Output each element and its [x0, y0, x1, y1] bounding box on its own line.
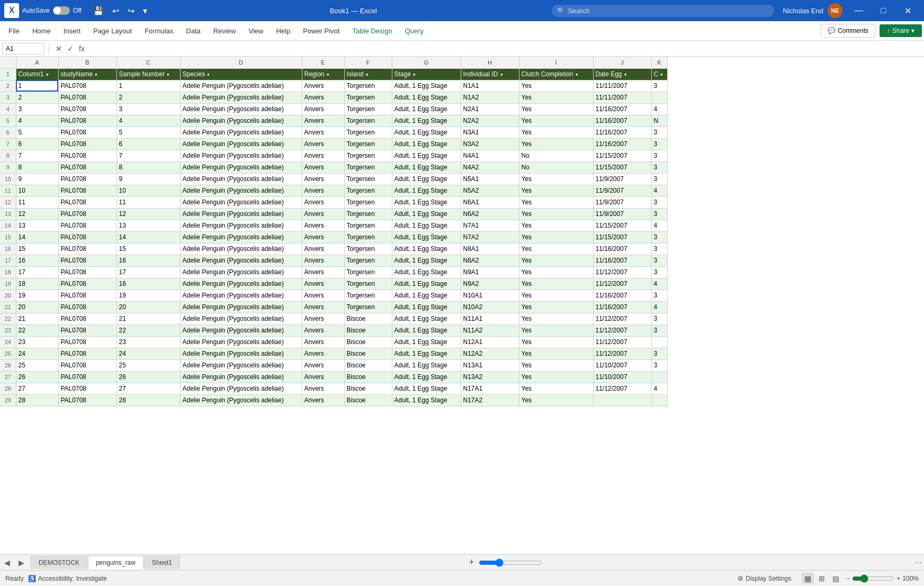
cancel-formula-button[interactable]: ✕: [53, 43, 64, 54]
table-cell[interactable]: Torgersen: [344, 196, 392, 208]
table-cell[interactable]: 15: [116, 243, 180, 255]
table-cell[interactable]: 11/10/2007: [593, 371, 651, 383]
table-cell[interactable]: 3: [651, 173, 667, 185]
col-header-E[interactable]: E: [302, 57, 344, 68]
table-cell[interactable]: 4: [651, 383, 667, 394]
row-number[interactable]: 17: [0, 255, 16, 266]
table-cell[interactable]: 10: [16, 185, 58, 196]
row-number[interactable]: 20: [0, 290, 16, 301]
table-cell[interactable]: 28: [116, 394, 180, 406]
table-cell[interactable]: N4A1: [461, 150, 519, 161]
table-cell[interactable]: Torgersen: [344, 208, 392, 220]
table-cell[interactable]: Anvers: [302, 115, 344, 127]
table-cell[interactable]: Anvers: [302, 394, 344, 406]
table-cell[interactable]: 11/12/2007: [593, 383, 651, 394]
table-cell[interactable]: Adelie Penguin (Pygoscelis adeliae): [180, 383, 302, 394]
table-cell[interactable]: No: [519, 150, 593, 161]
table-cell[interactable]: Yes: [519, 371, 593, 383]
table-cell[interactable]: Adelie Penguin (Pygoscelis adeliae): [180, 92, 302, 103]
table-cell[interactable]: 25: [116, 359, 180, 371]
table-cell[interactable]: Anvers: [302, 278, 344, 290]
row-number[interactable]: 25: [0, 348, 16, 359]
normal-view-button[interactable]: ▦: [802, 573, 814, 584]
table-cell[interactable]: 11/9/2007: [593, 196, 651, 208]
table-cell[interactable]: Anvers: [302, 336, 344, 348]
table-cell[interactable]: Adult, 1 Egg Stage: [392, 243, 461, 255]
table-cell[interactable]: [593, 394, 651, 406]
table-cell[interactable]: PAL0708: [58, 313, 116, 324]
zoom-out-icon[interactable]: −: [846, 575, 850, 582]
autosave-toggle[interactable]: [53, 6, 70, 15]
col-header-J[interactable]: J: [593, 57, 651, 68]
table-cell[interactable]: 19: [16, 290, 58, 301]
table-cell[interactable]: 11/12/2007: [593, 348, 651, 359]
table-cell[interactable]: Yes: [519, 196, 593, 208]
table-cell[interactable]: Adelie Penguin (Pygoscelis adeliae): [180, 220, 302, 231]
table-cell[interactable]: Adult, 1 Egg Stage: [392, 359, 461, 371]
table-cell[interactable]: 20: [116, 301, 180, 313]
table-cell[interactable]: 3: [651, 208, 667, 220]
table-cell[interactable]: 21: [116, 313, 180, 324]
table-cell[interactable]: PAL0708: [58, 301, 116, 313]
table-cell[interactable]: 11/15/2007: [593, 150, 651, 161]
col-header-K[interactable]: K: [651, 57, 667, 68]
display-settings-label[interactable]: Display Settings: [746, 575, 791, 582]
menu-item-power-pivot[interactable]: Power Pivot: [297, 24, 346, 38]
search-input[interactable]: [552, 5, 774, 17]
table-cell[interactable]: 11: [16, 196, 58, 208]
table-cell[interactable]: Torgersen: [344, 103, 392, 115]
table-cell[interactable]: Yes: [519, 231, 593, 243]
table-cell[interactable]: Adult, 1 Egg Stage: [392, 394, 461, 406]
col-header-G[interactable]: G: [392, 57, 461, 68]
col-header-H[interactable]: H: [461, 57, 519, 68]
table-cell[interactable]: Biscoe: [344, 324, 392, 336]
table-cell[interactable]: N6A1: [461, 196, 519, 208]
share-button[interactable]: ↑ Share ▾: [880, 24, 922, 37]
accessibility-button[interactable]: ♿ Accessibility: Investigate: [28, 575, 107, 582]
table-cell[interactable]: Torgersen: [344, 290, 392, 301]
table-cell[interactable]: 3: [651, 324, 667, 336]
row-number[interactable]: 11: [0, 185, 16, 196]
table-cell[interactable]: 2: [16, 92, 58, 103]
table-cell[interactable]: Anvers: [302, 196, 344, 208]
table-cell[interactable]: Adelie Penguin (Pygoscelis adeliae): [180, 103, 302, 115]
table-cell[interactable]: [651, 371, 667, 383]
row-number[interactable]: 21: [0, 301, 16, 313]
table-cell[interactable]: PAL0708: [58, 266, 116, 278]
table-cell[interactable]: 4: [651, 103, 667, 115]
row-number[interactable]: 15: [0, 231, 16, 243]
table-cell[interactable]: Adelie Penguin (Pygoscelis adeliae): [180, 208, 302, 220]
row-number[interactable]: 29: [0, 394, 16, 406]
table-cell[interactable]: 11/15/2007: [593, 220, 651, 231]
row-number[interactable]: 6: [0, 127, 16, 138]
table-cell[interactable]: Adelie Penguin (Pygoscelis adeliae): [180, 371, 302, 383]
undo-button[interactable]: ↩: [109, 4, 122, 18]
row-number[interactable]: 12: [0, 196, 16, 208]
table-cell[interactable]: 4: [651, 220, 667, 231]
table-cell[interactable]: Adult, 1 Egg Stage: [392, 138, 461, 150]
customize-button[interactable]: ▾: [140, 4, 150, 18]
table-cell[interactable]: PAL0708: [58, 115, 116, 127]
table-cell[interactable]: Adult, 1 Egg Stage: [392, 208, 461, 220]
table-cell[interactable]: PAL0708: [58, 324, 116, 336]
row-number[interactable]: 24: [0, 336, 16, 348]
table-cell[interactable]: Torgersen: [344, 92, 392, 103]
table-cell[interactable]: 27: [116, 383, 180, 394]
table-cell[interactable]: Adult, 1 Egg Stage: [392, 196, 461, 208]
row-number[interactable]: 18: [0, 266, 16, 278]
table-cell[interactable]: 27: [16, 383, 58, 394]
table-cell[interactable]: N4A2: [461, 161, 519, 173]
table-cell[interactable]: PAL0708: [58, 243, 116, 255]
table-cell[interactable]: Yes: [519, 115, 593, 127]
table-cell[interactable]: Torgersen: [344, 115, 392, 127]
row-number[interactable]: 7: [0, 138, 16, 150]
table-cell[interactable]: N1A1: [461, 80, 519, 92]
table-cell[interactable]: Torgersen: [344, 138, 392, 150]
table-cell[interactable]: PAL0708: [58, 92, 116, 103]
table-cell[interactable]: Anvers: [302, 220, 344, 231]
table-cell[interactable]: Anvers: [302, 80, 344, 92]
table-cell[interactable]: Adelie Penguin (Pygoscelis adeliae): [180, 196, 302, 208]
table-cell[interactable]: Adelie Penguin (Pygoscelis adeliae): [180, 173, 302, 185]
comments-button[interactable]: 💬 Comments: [821, 24, 875, 38]
table-cell[interactable]: 11/12/2007: [593, 336, 651, 348]
